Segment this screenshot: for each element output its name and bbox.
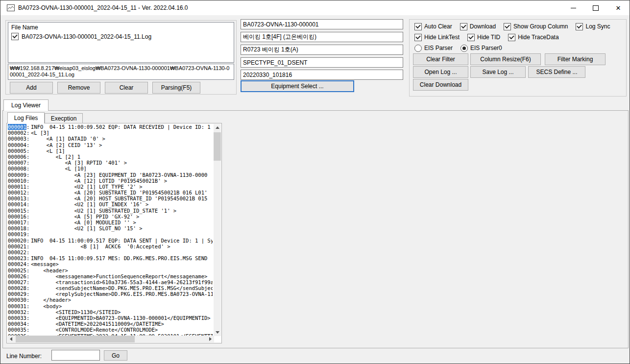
tab-log-viewer[interactable]: Log Viewer — [3, 99, 48, 111]
log-line[interactable]: 000020:INFO 04-15 11:00:09.517 EQP: DATA… — [8, 238, 213, 243]
go-button[interactable]: Go — [104, 350, 127, 361]
log-line[interactable]: 000010: <A [12] LOTID 'P0195450021B' > — [8, 178, 213, 184]
equipment-id-field[interactable]: BA0723-OVNA-1130-000001 — [241, 19, 403, 29]
checkbox-hide-linktest[interactable]: Hide LinkTest — [414, 34, 460, 41]
log-line[interactable]: 000023:INFO 04-15 11:00:09.517 MES: DD.P… — [8, 255, 213, 261]
radio-eis-parser[interactable]: EIS Parser — [414, 45, 453, 52]
scroll-left-button[interactable] — [7, 336, 15, 342]
file-checkbox-item[interactable]: BA0723-OVNA-1130-000001_2022-04-15_11.Lo… — [11, 33, 231, 40]
log-line[interactable]: 000019: — [8, 231, 213, 237]
column-resize-button[interactable]: Column Resize(F6) — [470, 53, 541, 65]
line-number: 000021 — [8, 243, 26, 249]
log-line[interactable]: 000025: <header> — [8, 267, 213, 273]
spec-date-field[interactable]: 20220330_101816 — [241, 70, 403, 80]
log-line[interactable]: 000011: <U2 [1] LOT_TYPE '2' > — [8, 184, 213, 190]
secs-define-button[interactable]: SECS Define ... — [528, 66, 585, 78]
log-vertical-scrollbar[interactable] — [214, 124, 221, 336]
log-line[interactable]: 000026: <messagename>FunctionSequenceRep… — [8, 273, 213, 279]
scroll-up-button[interactable] — [214, 124, 221, 131]
log-line[interactable]: 000031: <body> — [8, 303, 213, 309]
log-line[interactable]: 000013: <A [20] HOST_SUBSTRATE_ID 'P0195… — [8, 195, 213, 201]
log-line[interactable]: 000014: <U2 [1] OUT_INDEX '16' > — [8, 201, 213, 207]
minimize-button[interactable] — [562, 0, 584, 15]
checkbox-hide-tracedata[interactable]: Hide TraceData — [508, 34, 558, 41]
log-horizontal-scrollbar[interactable] — [7, 336, 214, 342]
clear-download-button[interactable]: Clear Download — [413, 79, 468, 91]
log-line-text: <A [1] DATAID '0' > — [31, 136, 105, 142]
log-line-number: 000034: — [8, 321, 31, 327]
checkbox-log-sync[interactable]: Log Sync — [576, 23, 610, 30]
line-number: 000009 — [8, 172, 26, 178]
log-line-text: <EQUIPMENTID>BA0723-OVNA-1130-000001</EQ… — [31, 315, 211, 321]
line-number: 000033 — [8, 315, 26, 321]
log-line[interactable]: 000030: </header> — [8, 297, 213, 303]
clear-filter-button[interactable]: Clear Filter — [413, 53, 468, 65]
checkbox-icon — [467, 34, 475, 41]
log-line-text: <L [10] — [31, 166, 87, 171]
log-line[interactable]: 000004: <A [2] CEID '13' > — [8, 142, 213, 148]
log-line[interactable]: 000006: <L [2] 1 — [8, 154, 213, 160]
log-line[interactable]: 000032: <SITEID>1130</SITEID> — [8, 309, 213, 315]
line-name-field[interactable]: R0723 베이킹 1호(A) — [241, 45, 403, 55]
checkbox-hide-tid[interactable]: Hide TID — [467, 34, 500, 41]
tab-log-files[interactable]: Log Files — [7, 112, 45, 123]
log-line[interactable]: 000007: <A [3] RPTID '401' > — [8, 160, 213, 166]
checkbox-label: Hide TraceData — [518, 34, 558, 41]
log-line[interactable]: 000003: <A [1] DATAID '0' > — [8, 136, 213, 142]
line-number: 000025 — [8, 267, 26, 273]
checkbox-show-group-column[interactable]: Show Group Column — [504, 23, 568, 30]
log-line[interactable]: 000015: <U2 [1] SUBSTRATED_ID_STATE '1' … — [8, 208, 213, 214]
file-list[interactable]: File Name BA0723-OVNA-1130-000001_2022-0… — [8, 22, 234, 63]
log-line[interactable]: 000021: <B [1] ACKC6 '0:Accepted' > — [8, 243, 213, 249]
log-line-text: <U2 [1] OUT_INDEX '16' > — [31, 201, 148, 207]
log-line-text: <replySubjectName>DD.PKG.EIS.PRO.MES.BA0… — [31, 291, 213, 297]
log-line[interactable]: 000005: <L [1] — [8, 148, 213, 154]
scroll-right-button[interactable] — [207, 336, 214, 342]
log-line-number: 000033: — [8, 315, 31, 321]
scroll-down-button[interactable] — [214, 329, 221, 336]
tab-exception[interactable]: Execption — [45, 113, 83, 123]
scrollbar-thumb[interactable] — [214, 132, 221, 161]
equipment-select-button[interactable]: Equipment Select ... — [241, 80, 354, 92]
line-number-input[interactable] — [51, 350, 100, 361]
open-log-button[interactable]: Open Log ... — [413, 66, 468, 78]
file-name-label: BA0723-OVNA-1130-000001_2022-04-15_11.Lo… — [22, 33, 151, 40]
log-line-number: 000030: — [8, 297, 31, 303]
radio-eis-parser0[interactable]: EIS Parser0 — [460, 45, 502, 52]
equipment-name-field[interactable]: 베이킹 1호[4F] (고온베이킹) — [241, 32, 403, 42]
log-line[interactable]: 000029: <replySubjectName>DD.PKG.EIS.PRO… — [8, 291, 213, 297]
checkbox-label: Log Sync — [585, 23, 610, 30]
log-line[interactable]: 000024:<message> — [8, 261, 213, 267]
close-button[interactable]: ✕ — [607, 0, 630, 15]
log-line[interactable]: 000009: <A [23] EQUIPMENT_ID 'BA0723-OVN… — [8, 172, 213, 178]
log-line[interactable]: 000028: <sendSubjectName>DD.PKG.MES.PRO.… — [8, 285, 213, 291]
checkbox-auto-clear[interactable]: Auto Clear — [414, 23, 452, 30]
file-path-box[interactable]: ₩₩192.168.8.217₩eisap03_eislog₩BA0723-OV… — [8, 64, 234, 80]
parsing-button[interactable]: Parsing(F5) — [152, 82, 200, 94]
log-line[interactable]: 000018: <U2 [1] SLOT_NO '15' > — [8, 225, 213, 231]
checkbox-download[interactable]: Download — [460, 23, 496, 30]
log-line[interactable]: 000022: — [8, 249, 213, 255]
clear-button[interactable]: Clear — [105, 82, 148, 94]
maximize-button[interactable] — [584, 0, 607, 15]
spec-type-field[interactable]: SPECTYPE_01_DSENT — [241, 57, 403, 68]
log-line[interactable]: 000002:<L [3] — [8, 130, 213, 136]
log-line[interactable]: 000027: <transactionid>610a3736-55a3-414… — [8, 279, 213, 285]
log-line-text: <B [1] ACKC6 '0:Accepted' > — [31, 243, 170, 249]
log-line-number: 000006: — [8, 154, 31, 160]
save-log-button[interactable]: Save Log ... — [470, 66, 526, 78]
log-line[interactable]: 000033: <EQUIPMENTID>BA0723-OVNA-1130-00… — [8, 315, 213, 321]
filter-marking-button[interactable]: Filter Marking — [545, 53, 606, 65]
log-line[interactable]: 000001:INFO 04-15 11:00:09.502 EQP: DATA… — [8, 124, 213, 130]
log-line[interactable]: 000012: <A [20] SUBSTRATE_ID 'P019545002… — [8, 190, 213, 195]
log-line[interactable]: 000034: <DATETIME>20220415110009</DATETI… — [8, 321, 213, 327]
remove-button[interactable]: Remove — [57, 82, 100, 94]
log-line[interactable]: 000017: <A [0] MODULEID '' > — [8, 219, 213, 225]
log-line[interactable]: 000035: <CONTROLMODE>Remote</CONTROLMODE… — [8, 327, 213, 333]
add-button[interactable]: Add — [10, 82, 53, 94]
log-line[interactable]: 000008: <L [10] — [8, 166, 213, 171]
scrollbar-thumb[interactable] — [16, 336, 135, 342]
line-number: 000030 — [8, 297, 26, 303]
log-line[interactable]: 000016: <A [5] PPID 'GX-92' > — [8, 214, 213, 219]
log-line-number: 000011: — [8, 184, 31, 190]
